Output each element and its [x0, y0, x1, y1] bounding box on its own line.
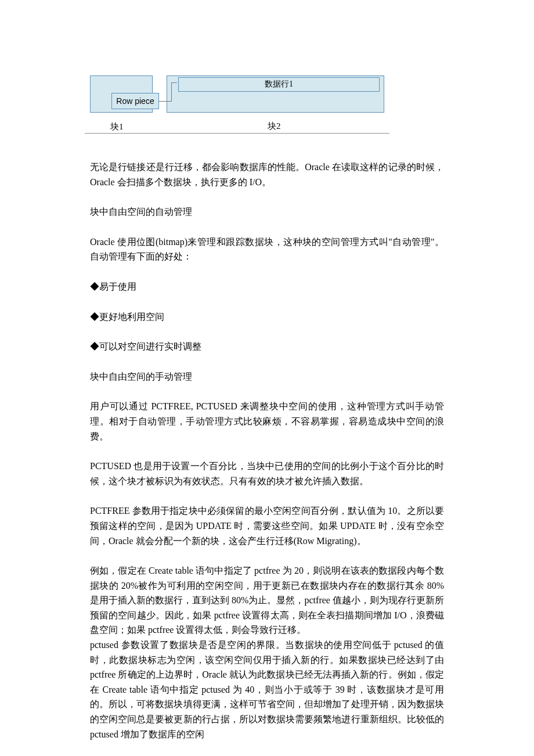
row-piece-box: Row piece — [111, 93, 159, 109]
block2-label: 块2 — [268, 119, 281, 133]
diagram-divider — [85, 133, 389, 134]
paragraph: PCTFREE 参数用于指定块中必须保留的最小空闲空间百分例，默认值为 10。之… — [90, 503, 444, 548]
section-heading: 块中自由空间的手动管理 — [90, 369, 444, 384]
paragraph: 用户可以通过 PCTFREE, PCTUSED 来调整块中空间的使用，这种管理方… — [90, 399, 444, 444]
section-heading: 块中自由空间的自动管理 — [90, 204, 444, 219]
block1-label: 块1 — [110, 120, 124, 134]
row-migration-diagram: 数据行1 Row piece 块1 块2 — [90, 75, 398, 145]
paragraph: pctused 参数设置了数据块是否是空闲的界限。当数据块的使用空间低于 pct… — [90, 638, 444, 741]
bullet-item: ◆可以对空间进行实时调整 — [90, 339, 444, 354]
bullet-item: ◆易于使用 — [90, 279, 444, 294]
arrow-segment — [171, 82, 172, 102]
bullet-item: ◆更好地利用空间 — [90, 309, 444, 325]
paragraph: PCTUSED 也是用于设置一个百分比，当块中已使用的空间的比例小于这个百分比的… — [90, 459, 444, 488]
arrow-segment — [171, 82, 177, 83]
paragraph: Oracle 使用位图(bitmap)来管理和跟踪数据块，这种块的空间管理方式叫… — [90, 235, 444, 264]
paragraph: 例如，假定在 Create table 语句中指定了 pctfree 为 20，… — [90, 563, 444, 638]
arrow-segment — [158, 101, 171, 102]
paragraph: 无论是行链接还是行迁移，都会影响数据库的性能。Oracle 在读取这样的记录的时… — [90, 160, 444, 189]
data-row-box: 数据行1 — [178, 77, 380, 92]
